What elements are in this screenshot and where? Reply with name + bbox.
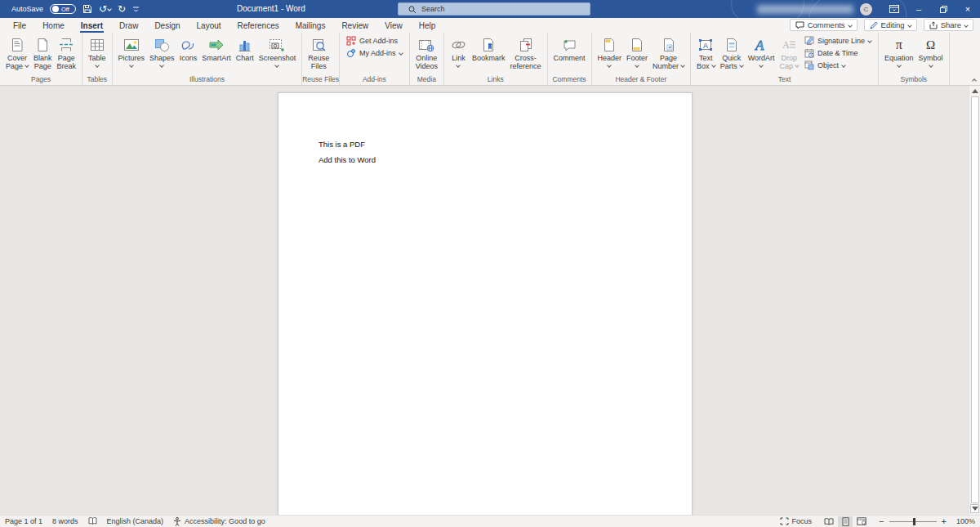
zoom-in-button[interactable]: + bbox=[942, 517, 947, 525]
scroll-down-icon[interactable] bbox=[970, 504, 979, 513]
zoom-level[interactable]: 100% bbox=[956, 517, 975, 525]
ribbon-tab-bar: File Home Insert Draw Design Layout Refe… bbox=[0, 18, 980, 33]
icons-button[interactable]: Icons bbox=[177, 35, 200, 71]
pictures-button[interactable]: Pictures bbox=[116, 35, 148, 71]
cross-reference-button[interactable]: Cross- reference bbox=[508, 35, 544, 71]
comment-icon bbox=[795, 21, 804, 29]
shapes-icon bbox=[154, 36, 170, 54]
group-label-text: Text bbox=[691, 75, 878, 85]
search-input[interactable] bbox=[421, 5, 568, 13]
my-add-ins-button[interactable]: My Add-ins bbox=[345, 47, 404, 59]
get-add-ins-button[interactable]: Get Add-ins bbox=[345, 35, 404, 47]
minimize-button[interactable]: – bbox=[906, 0, 931, 18]
document-page[interactable]: This is a PDF Add this to Word bbox=[278, 92, 693, 515]
date-time-button[interactable]: Date & Time bbox=[803, 47, 873, 59]
user-name-redacted bbox=[757, 5, 853, 14]
editing-button[interactable]: Editing bbox=[864, 19, 917, 31]
scrollbar-thumb[interactable] bbox=[971, 96, 979, 503]
scroll-up-icon[interactable] bbox=[970, 86, 980, 96]
group-label-media: Media bbox=[410, 75, 443, 85]
tab-insert[interactable]: Insert bbox=[73, 18, 111, 33]
word-count[interactable]: 8 words bbox=[52, 517, 78, 525]
tab-draw[interactable]: Draw bbox=[111, 18, 146, 33]
cross-reference-icon bbox=[519, 36, 533, 54]
status-bar: Page 1 of 1 8 words English (Canada) Acc… bbox=[0, 515, 980, 527]
screenshot-button[interactable]: Screenshot bbox=[256, 35, 299, 71]
comment-button[interactable]: Comment bbox=[551, 35, 588, 71]
tab-references[interactable]: References bbox=[229, 18, 287, 33]
tab-view[interactable]: View bbox=[376, 18, 411, 33]
customize-toolbar-icon[interactable] bbox=[132, 6, 140, 13]
object-button[interactable]: Object bbox=[803, 60, 873, 71]
paragraph[interactable]: Add this to Word bbox=[318, 156, 692, 164]
group-label-tables: Tables bbox=[82, 75, 112, 85]
chevron-down-icon bbox=[907, 23, 912, 28]
document-area[interactable]: This is a PDF Add this to Word bbox=[0, 86, 980, 515]
chart-button[interactable]: Chart bbox=[234, 35, 256, 71]
page-indicator[interactable]: Page 1 of 1 bbox=[5, 517, 42, 525]
signature-line-button[interactable]: Signature Line bbox=[803, 35, 873, 47]
chevron-down-icon bbox=[739, 63, 744, 68]
wordart-button[interactable]: A WordArt bbox=[746, 35, 777, 71]
table-button[interactable]: Table bbox=[86, 35, 109, 71]
proofing-icon[interactable] bbox=[88, 517, 97, 525]
reuse-files-button[interactable]: Reuse Files bbox=[305, 35, 332, 71]
link-button[interactable]: Link bbox=[448, 35, 470, 71]
bookmark-button[interactable]: Bookmark bbox=[470, 35, 508, 71]
tab-file[interactable]: File bbox=[5, 18, 34, 33]
symbol-button[interactable]: Ω Symbol bbox=[916, 35, 946, 71]
table-icon bbox=[90, 36, 105, 54]
tab-review[interactable]: Review bbox=[333, 18, 376, 33]
online-videos-button[interactable]: Online Videos bbox=[413, 35, 440, 71]
ribbon-group-comments: Comment Comments bbox=[548, 33, 592, 85]
tab-design[interactable]: Design bbox=[146, 18, 188, 33]
vertical-scrollbar[interactable] bbox=[969, 86, 980, 515]
print-layout-icon bbox=[842, 517, 849, 526]
zoom-out-button[interactable]: − bbox=[879, 517, 884, 525]
equation-button[interactable]: π Equation bbox=[882, 35, 916, 71]
shapes-button[interactable]: Shapes bbox=[147, 35, 177, 71]
zoom-control: − + bbox=[879, 517, 947, 525]
group-label-reuse-files: Reuse Files bbox=[302, 75, 339, 85]
autosave-toggle[interactable]: Off bbox=[50, 4, 76, 14]
redo-button[interactable]: ↻ bbox=[118, 4, 126, 14]
tab-help[interactable]: Help bbox=[411, 18, 444, 33]
undo-button[interactable]: ↺ bbox=[99, 4, 111, 14]
zoom-slider-thumb[interactable] bbox=[913, 518, 915, 525]
search-box[interactable] bbox=[398, 2, 590, 16]
header-icon bbox=[603, 36, 616, 54]
autosave-state: Off bbox=[61, 6, 69, 13]
comments-button[interactable]: Comments bbox=[790, 19, 858, 31]
ribbon-display-options-icon[interactable] bbox=[882, 0, 906, 18]
group-label-comments: Comments bbox=[548, 75, 591, 85]
read-mode-button[interactable] bbox=[822, 516, 836, 527]
ribbon: Cover Page Blank Page Page Break Pages T… bbox=[0, 33, 980, 86]
print-layout-button[interactable] bbox=[838, 516, 853, 527]
web-layout-button[interactable] bbox=[854, 516, 869, 527]
footer-button[interactable]: Footer bbox=[624, 35, 650, 71]
smartart-button[interactable]: SmartArt bbox=[199, 35, 234, 71]
zoom-slider[interactable] bbox=[889, 521, 937, 522]
quick-parts-button[interactable]: Quick Parts bbox=[718, 35, 746, 71]
tab-mailings[interactable]: Mailings bbox=[287, 18, 334, 33]
share-button[interactable]: Share bbox=[924, 19, 973, 31]
accessibility-status[interactable]: Accessibility: Good to go bbox=[173, 517, 265, 526]
header-button[interactable]: Header bbox=[595, 35, 625, 71]
my-add-ins-icon bbox=[346, 48, 356, 58]
close-button[interactable]: × bbox=[956, 0, 980, 18]
page-number-button[interactable]: # Page Number bbox=[650, 35, 687, 71]
save-icon[interactable] bbox=[82, 4, 92, 14]
text-box-button[interactable]: A Text Box bbox=[694, 35, 718, 71]
avatar[interactable]: C bbox=[860, 3, 872, 16]
tab-home[interactable]: Home bbox=[34, 18, 73, 33]
focus-button[interactable]: Focus bbox=[780, 517, 813, 525]
blank-page-button[interactable]: Blank Page bbox=[31, 35, 55, 71]
restore-button[interactable] bbox=[931, 0, 956, 18]
page-break-button[interactable]: Page Break bbox=[55, 35, 79, 71]
svg-text:A: A bbox=[755, 38, 764, 52]
cover-page-button[interactable]: Cover Page bbox=[3, 35, 31, 71]
language-indicator[interactable]: English (Canada) bbox=[107, 517, 164, 525]
chevron-down-icon bbox=[759, 63, 764, 68]
tab-layout[interactable]: Layout bbox=[189, 18, 229, 33]
paragraph[interactable]: This is a PDF bbox=[318, 141, 692, 149]
